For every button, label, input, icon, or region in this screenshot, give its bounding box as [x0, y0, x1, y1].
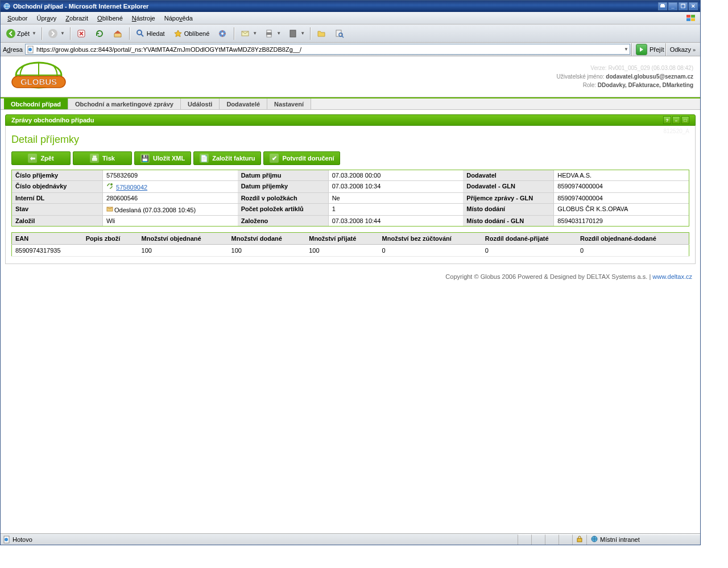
- menu-oblibene[interactable]: Oblíbené: [93, 14, 127, 23]
- info-grid: Číslo příjemky575832609 Datum příjmu07.0…: [11, 170, 689, 227]
- status-blank-4: [559, 534, 572, 545]
- label-stav: Stav: [12, 204, 103, 215]
- deltax-link[interactable]: www.deltax.cz: [652, 273, 692, 280]
- tab-obchodni-pripad[interactable]: Obchodní případ: [4, 98, 68, 109]
- svg-rect-17: [290, 30, 296, 37]
- tab-nastaveni[interactable]: Nastavení: [267, 98, 311, 109]
- address-input[interactable]: https://grow.globus.cz:8443/portal/_ns:Y…: [25, 44, 630, 55]
- label-datum-prijmu: Datum příjmu: [238, 170, 329, 180]
- create-invoice-button[interactable]: 📄Založit fakturu: [193, 151, 261, 165]
- search-button[interactable]: Hledat: [133, 27, 169, 40]
- print-action-button[interactable]: 🖶Tisk: [73, 151, 132, 165]
- save-xml-button[interactable]: 💾Uložit XML: [134, 151, 191, 165]
- back-button[interactable]: Zpět▼: [3, 27, 39, 40]
- folder-button[interactable]: [313, 27, 330, 40]
- menu-nastroje[interactable]: Nástroje: [127, 14, 160, 23]
- label-dodavatel: Dodavatel: [463, 170, 554, 180]
- svg-point-7: [6, 29, 15, 38]
- confirm-icon: ✔: [270, 154, 279, 163]
- refresh-button[interactable]: [92, 27, 109, 40]
- status-blank-1: [518, 534, 531, 545]
- menu-soubor[interactable]: Soubor: [3, 14, 32, 23]
- order-link[interactable]: 575809042: [116, 184, 147, 191]
- home-button[interactable]: [110, 27, 127, 40]
- globus-logo: GLOBUS: [7, 60, 70, 93]
- svg-point-28: [5, 538, 8, 541]
- label-misto-dodani: Místo dodání: [463, 204, 554, 215]
- user-roles: DDodavky, DFakturace, DMarketing: [598, 82, 693, 88]
- forward-button[interactable]: ▼: [45, 27, 68, 40]
- back-action-button[interactable]: ⬅Zpět: [11, 151, 71, 165]
- value-zalozeno: 07.03.2008 10:44: [329, 216, 464, 226]
- windows-logo-icon: [684, 13, 698, 23]
- window-titlebar: Obchodní případ - Microsoft Internet Exp…: [1, 1, 700, 12]
- research-button[interactable]: [332, 27, 349, 40]
- zone-icon: [590, 535, 598, 544]
- value-pocet-art: 1: [329, 204, 464, 215]
- svg-rect-2: [661, 4, 664, 5]
- value-cislo-obj: 575809042: [103, 181, 238, 192]
- print-icon: 🖶: [90, 154, 99, 163]
- svg-point-12: [221, 32, 224, 35]
- tab-zpravy[interactable]: Obchodní a marketingové zprávy: [68, 98, 181, 109]
- status-bar: Hotovo Místní intranet: [1, 533, 700, 545]
- status-blank-3: [545, 534, 559, 545]
- edit-button[interactable]: ▼: [285, 27, 308, 40]
- menu-napoveda[interactable]: Nápověda: [160, 14, 197, 23]
- panel-maximize-button[interactable]: □: [681, 116, 689, 124]
- col-popis: Popis zboží: [82, 233, 138, 245]
- stop-button[interactable]: [73, 27, 90, 40]
- restore-button[interactable]: ❐: [679, 2, 688, 10]
- version-text: Verze: Rv001_005_029 (06.03.08 08:42): [557, 64, 693, 72]
- svg-rect-3: [686, 15, 690, 18]
- favorites-button[interactable]: Oblíbené: [170, 27, 214, 40]
- go-button[interactable]: [636, 44, 647, 55]
- print-sys-button[interactable]: [658, 2, 667, 10]
- label-dodavatel-gln: Dodavatel - GLN: [463, 181, 554, 192]
- tab-dodavatele[interactable]: Dodavatelé: [220, 98, 267, 109]
- page-title: Detail příjemky: [11, 130, 689, 151]
- portal-header: GLOBUS Verze: Rv001_005_029 (06.03.08 08…: [1, 56, 700, 97]
- go-label: Přejít: [650, 46, 664, 53]
- col-rozdil-od: Rozdíl objednané-dodané: [577, 233, 689, 245]
- page-icon: [27, 46, 35, 53]
- print-button[interactable]: ▼: [261, 27, 284, 40]
- cell-rozdil-od: 0: [577, 245, 689, 257]
- address-dropdown-icon[interactable]: ▼: [624, 47, 628, 52]
- svg-rect-16: [267, 35, 271, 37]
- address-bar: Adresa https://grow.globus.cz:8443/porta…: [1, 43, 700, 56]
- svg-rect-6: [691, 18, 695, 21]
- value-dodavatel-gln: 8590974000004: [554, 181, 689, 192]
- close-button[interactable]: ✕: [689, 2, 698, 10]
- username: dodavatel.globusu5@seznam.cz: [606, 73, 693, 80]
- footer: Copyright © Globus 2006 Powered & Design…: [1, 271, 700, 282]
- label-zalozeno: Založeno: [238, 216, 329, 226]
- main-panel: 812520_A Detail příjemky ⬅Zpět 🖶Tisk 💾Ul…: [5, 126, 696, 264]
- copyright-text: Copyright © Globus 2006 Powered & Design…: [445, 273, 652, 280]
- link-icon: [106, 183, 114, 191]
- tab-udalosti[interactable]: Události: [181, 98, 220, 109]
- panel-help-button[interactable]: ?: [663, 116, 671, 124]
- menu-upravy[interactable]: Úpravy: [32, 14, 61, 23]
- svg-rect-4: [691, 15, 695, 18]
- links-menu[interactable]: Odkazy »: [668, 46, 698, 53]
- table-row: 8590974317935 100 100 100 0 0 0: [12, 245, 689, 257]
- mail-button[interactable]: ▼: [237, 27, 260, 40]
- svg-rect-15: [267, 30, 271, 32]
- header-meta: Verze: Rv001_005_029 (06.03.08 08:42) Už…: [557, 64, 693, 89]
- status-icon: [106, 205, 114, 213]
- minimize-button[interactable]: _: [668, 2, 677, 10]
- confirm-delivery-button[interactable]: ✔Potvrdit doručení: [263, 151, 340, 165]
- value-misto-dodani-gln: 8594031170129: [554, 216, 689, 226]
- cell-mnoz-dod: 100: [228, 245, 306, 257]
- media-button[interactable]: [214, 27, 231, 40]
- panel-minimize-button[interactable]: –: [672, 116, 680, 124]
- menu-zobrazit[interactable]: Zobrazit: [61, 14, 93, 23]
- status-zone: Místní intranet: [586, 534, 700, 545]
- label-datum-prijemky: Datum příjemky: [238, 181, 329, 192]
- svg-rect-29: [577, 538, 582, 542]
- svg-point-25: [110, 183, 113, 186]
- label-cislo-obj: Číslo objednávky: [12, 181, 103, 192]
- col-ean: EAN: [12, 233, 82, 245]
- value-rozdil-pol: Ne: [329, 193, 464, 203]
